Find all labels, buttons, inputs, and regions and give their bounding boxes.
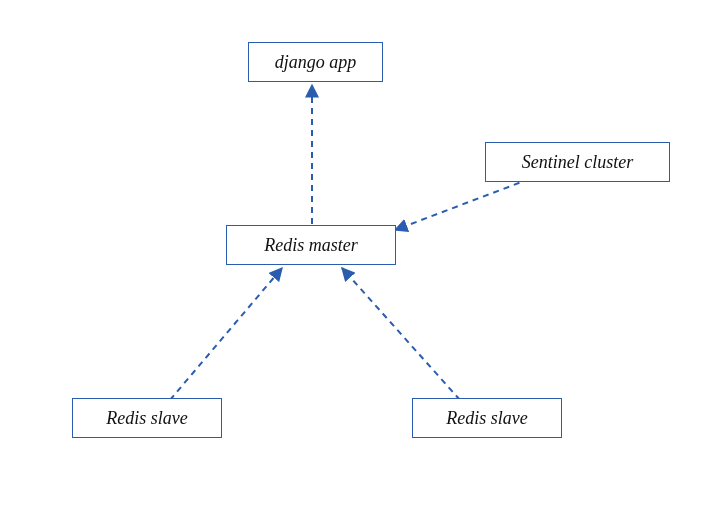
node-label: Redis master xyxy=(264,235,358,256)
edge-sentinel-to-master xyxy=(395,175,540,230)
node-sentinel-cluster: Sentinel cluster xyxy=(485,142,670,182)
node-label: Redis slave xyxy=(446,408,527,429)
node-label: Redis slave xyxy=(106,408,187,429)
edge-slave-left-to-master xyxy=(170,268,282,400)
node-label: Sentinel cluster xyxy=(522,152,633,173)
node-django-app: django app xyxy=(248,42,383,82)
node-redis-master: Redis master xyxy=(226,225,396,265)
node-label: django app xyxy=(275,52,357,73)
node-redis-slave-right: Redis slave xyxy=(412,398,562,438)
node-redis-slave-left: Redis slave xyxy=(72,398,222,438)
edge-slave-right-to-master xyxy=(342,268,460,400)
